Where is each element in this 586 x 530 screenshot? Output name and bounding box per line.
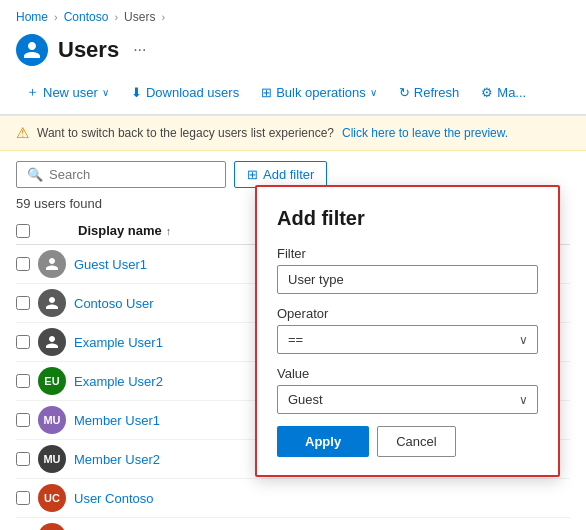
warning-icon: ⚠ bbox=[16, 124, 29, 142]
search-icon: 🔍 bbox=[27, 167, 43, 182]
avatar bbox=[38, 289, 66, 317]
manage-button[interactable]: ⚙ Ma... bbox=[471, 80, 536, 105]
operator-select[interactable]: == != startsWith contains bbox=[277, 325, 538, 354]
new-user-button[interactable]: ＋ New user ∨ bbox=[16, 78, 119, 106]
refresh-icon: ↻ bbox=[399, 85, 410, 100]
value-field-label: Value bbox=[277, 366, 538, 381]
sort-icon: ↑ bbox=[166, 225, 172, 237]
breadcrumb-sep2: › bbox=[114, 11, 118, 23]
users-icon bbox=[16, 34, 48, 66]
row-checkbox[interactable] bbox=[16, 374, 30, 388]
avatar: EU bbox=[38, 367, 66, 395]
avatar: MU bbox=[38, 445, 66, 473]
operator-select-wrapper: == != startsWith contains ∨ bbox=[277, 325, 538, 354]
add-filter-button[interactable]: ⊞ Add filter bbox=[234, 161, 327, 188]
user-name[interactable]: Contoso User bbox=[74, 296, 153, 311]
display-name-header[interactable]: Display name ↑ bbox=[78, 223, 171, 238]
bulk-operations-button[interactable]: ⊞ Bulk operations ∨ bbox=[251, 80, 387, 105]
avatar bbox=[38, 250, 66, 278]
breadcrumb-contoso[interactable]: Contoso bbox=[64, 10, 109, 24]
download-users-button[interactable]: ⬇ Download users bbox=[121, 80, 249, 105]
user-name[interactable]: Member User2 bbox=[74, 452, 160, 467]
table-row: UC User Contoso bbox=[16, 479, 570, 518]
page-header: Users ··· bbox=[0, 30, 586, 74]
row-checkbox[interactable] bbox=[16, 491, 30, 505]
row-checkbox[interactable] bbox=[16, 452, 30, 466]
table-row: UC User2 Contoso bbox=[16, 518, 570, 530]
cancel-button[interactable]: Cancel bbox=[377, 426, 455, 457]
refresh-button[interactable]: ↻ Refresh bbox=[389, 80, 470, 105]
page-title: Users bbox=[58, 37, 119, 63]
add-filter-panel: Add filter Filter Operator == != startsW… bbox=[255, 185, 560, 477]
breadcrumb-current: Users bbox=[124, 10, 155, 24]
row-checkbox[interactable] bbox=[16, 335, 30, 349]
breadcrumb-sep3: › bbox=[161, 11, 165, 23]
more-options-button[interactable]: ··· bbox=[129, 41, 150, 59]
avatar: UC bbox=[38, 523, 66, 530]
value-select[interactable]: Guest Member External bbox=[277, 385, 538, 414]
search-input[interactable] bbox=[49, 167, 215, 182]
filter-value-input[interactable] bbox=[277, 265, 538, 294]
operator-field-label: Operator bbox=[277, 306, 538, 321]
banner-text: Want to switch back to the legacy users … bbox=[37, 126, 334, 140]
filter-field-label: Filter bbox=[277, 246, 538, 261]
new-user-chevron-icon: ∨ bbox=[102, 87, 109, 98]
row-checkbox[interactable] bbox=[16, 296, 30, 310]
user-name[interactable]: User Contoso bbox=[74, 491, 153, 506]
breadcrumb-sep1: › bbox=[54, 11, 58, 23]
avatar bbox=[38, 328, 66, 356]
apply-button[interactable]: Apply bbox=[277, 426, 369, 457]
user-name[interactable]: Guest User1 bbox=[74, 257, 147, 272]
banner-link[interactable]: Click here to leave the preview. bbox=[342, 126, 508, 140]
user-name[interactable]: Member User1 bbox=[74, 413, 160, 428]
filter-icon: ⊞ bbox=[247, 167, 258, 182]
value-select-wrapper: Guest Member External ∨ bbox=[277, 385, 538, 414]
breadcrumb-home[interactable]: Home bbox=[16, 10, 48, 24]
avatar: MU bbox=[38, 406, 66, 434]
breadcrumb: Home › Contoso › Users › bbox=[0, 0, 586, 30]
grid-icon: ⊞ bbox=[261, 85, 272, 100]
row-checkbox[interactable] bbox=[16, 413, 30, 427]
avatar: UC bbox=[38, 484, 66, 512]
row-checkbox[interactable] bbox=[16, 257, 30, 271]
toolbar: ＋ New user ∨ ⬇ Download users ⊞ Bulk ope… bbox=[0, 74, 586, 115]
bulk-ops-chevron-icon: ∨ bbox=[370, 87, 377, 98]
legacy-banner: ⚠ Want to switch back to the legacy user… bbox=[0, 115, 586, 151]
filter-panel-title: Add filter bbox=[277, 207, 538, 230]
download-icon: ⬇ bbox=[131, 85, 142, 100]
select-all-checkbox[interactable] bbox=[16, 224, 30, 238]
user-name[interactable]: Example User1 bbox=[74, 335, 163, 350]
gear-icon: ⚙ bbox=[481, 85, 493, 100]
panel-buttons: Apply Cancel bbox=[277, 426, 538, 457]
search-box[interactable]: 🔍 bbox=[16, 161, 226, 188]
user-name[interactable]: Example User2 bbox=[74, 374, 163, 389]
plus-icon: ＋ bbox=[26, 83, 39, 101]
